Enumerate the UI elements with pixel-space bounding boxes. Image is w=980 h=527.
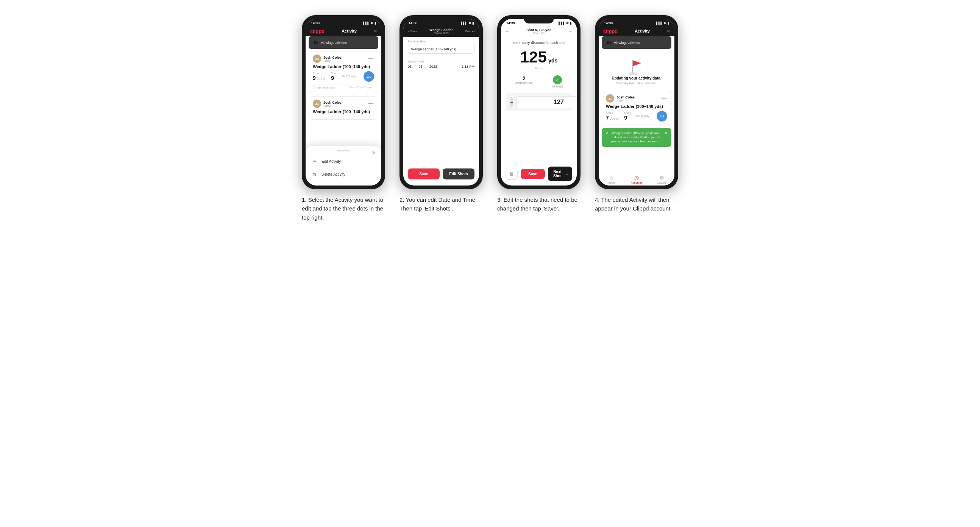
notch-3 <box>524 15 554 24</box>
avatar-1: JC <box>313 54 321 63</box>
next-shot-nav-btn[interactable]: → <box>568 29 572 33</box>
score-value-1: 9 <box>313 75 316 81</box>
activities-icon: ◎ <box>634 175 639 181</box>
shot-center: Shot 6, 125 yds Score 7/9 <box>527 28 551 35</box>
sheet-item-edit[interactable]: ✏ Edit Activity <box>312 156 375 167</box>
arrow-icon: → <box>565 172 569 176</box>
phone-column-3: 14:39 ▌▌▌ ≋ ▮ ← Shot 6, 125 yds Score 7/… <box>495 15 582 213</box>
activity-title-1: Wedge Ladder (100–140 yds) <box>313 64 374 69</box>
status-icons-1: ▌▌▌ ≋ ▮ <box>363 22 376 25</box>
time-4: 14:38 <box>604 21 612 25</box>
signal-icon-2: ▌▌▌ <box>461 22 467 25</box>
header-title-1: Activity <box>342 29 357 33</box>
activity-card-1: JC Josh Coles Today ••• Wedge Ladder (10… <box>309 51 378 93</box>
activity-card-2: JC Josh Coles Today ••• Wedge Ladder (10… <box>309 96 378 120</box>
activity-card-4: JC Josh Coles Today ••• Wedge Ladder (10… <box>602 91 671 125</box>
capture-icon: ⊕ <box>660 175 664 181</box>
tab-capture[interactable]: ⊕ Capture <box>649 175 675 184</box>
date-year: 2023 <box>430 65 437 68</box>
phone-column-2: 14:38 ▌▌▌ ≋ ▮ < Back Wedge Ladder 06 Mar… <box>398 15 485 213</box>
practice-title-label: Practice Title <box>408 40 474 43</box>
shot-unit: yds <box>548 57 557 63</box>
datetime-section: Date & Time 06 / 03 / 2023 1:13 PM <box>403 57 479 71</box>
save-button-2[interactable]: Save <box>408 168 440 179</box>
tab-activities[interactable]: ◎ Activities <box>624 175 649 184</box>
filter-icon-4: ⚙ <box>606 39 612 46</box>
delete-icon: 🗑 <box>312 172 318 176</box>
wifi-icon-2: ≋ <box>468 22 471 25</box>
check-toast-icon: ✓ <box>606 131 609 135</box>
next-shot-button[interactable]: Next Shot → <box>548 167 572 181</box>
header-center-sub-2: 06 Mar 2023 <box>430 32 453 35</box>
tab-home[interactable]: ⌂ Home <box>599 175 624 184</box>
back-btn-2[interactable]: < Back <box>408 30 417 33</box>
sheet-item-delete[interactable]: 🗑 Delete Activity <box>312 169 375 179</box>
hit-target-icon: ✓ <box>553 75 562 84</box>
three-dots-4[interactable]: ••• <box>661 96 667 101</box>
card-header-2: JC Josh Coles Today ••• <box>313 100 374 108</box>
battery-icon-4: ▮ <box>668 22 669 25</box>
user-name-4: Josh Coles <box>616 95 635 99</box>
difference-label: Difference (yds) <box>515 81 533 84</box>
user-info-1: JC Josh Coles Today <box>313 54 342 63</box>
toast-close-btn[interactable]: ✕ <box>665 131 668 135</box>
status-icons-3: ▌▌▌ ≋ ▮ <box>558 22 571 25</box>
form-buttons: Save Edit Shots <box>403 168 479 179</box>
shot-score: Score 7/9 <box>527 32 551 35</box>
edit-icon: ✏ <box>312 159 318 164</box>
screen-2: 14:38 ▌▌▌ ≋ ▮ < Back Wedge Ladder 06 Mar… <box>403 19 479 186</box>
save-shot-button[interactable]: Save <box>521 169 545 179</box>
stats-inline-1: 9 OUT OF <box>313 75 327 81</box>
caption-1: 1. Select the Activity you want to edit … <box>302 195 385 222</box>
updating-sub: This may take a few moments. <box>616 81 657 85</box>
success-toast: ✓ "Wedge Ladder (100–140 yds)" was updat… <box>602 128 671 147</box>
delete-label: Delete Activity <box>321 172 345 176</box>
screen-4: 14:38 ▌▌▌ ≋ ▮ clippd Activity ≡ ⚙ <box>599 19 675 186</box>
date-sep2: / <box>426 65 427 68</box>
time-1: 14:38 <box>311 21 320 25</box>
date-day: 06 <box>408 65 412 68</box>
sheet-close-1[interactable]: ✕ <box>371 150 376 156</box>
time-2: 14:38 <box>409 21 417 25</box>
shot-stat-hit-target: ✓ Hit Target <box>552 75 563 88</box>
three-dots-1[interactable]: ••• <box>368 56 374 61</box>
signal-icon-3: ▌▌▌ <box>558 22 565 25</box>
cancel-btn-2[interactable]: Cancel <box>465 30 474 33</box>
status-icons-4: ▌▌▌ ≋ ▮ <box>656 22 669 25</box>
shot-stats-row: 2 Difference (yds) ✓ Hit Target <box>506 75 572 88</box>
home-icon: ⌂ <box>610 175 612 181</box>
shots-value-1: 9 <box>331 75 338 81</box>
phone-4: 14:38 ▌▌▌ ≋ ▮ clippd Activity ≡ ⚙ <box>595 15 678 189</box>
shot-distance-input[interactable] <box>516 96 577 108</box>
date-time-row: 06 / 03 / 2023 1:13 PM <box>408 65 474 68</box>
hit-target-label: Hit Target <box>552 85 563 88</box>
delete-shot-button[interactable]: 🗑 <box>506 168 518 180</box>
next-shot-label: Next Shot <box>551 170 564 178</box>
shot-content: Enter carry distance for each shot 125 y… <box>501 37 577 167</box>
card-header-4: JC Josh Coles Today ••• <box>606 94 667 103</box>
time-value: 1:13 PM <box>461 65 474 68</box>
user-date-2: Today <box>323 105 342 107</box>
svg-point-2 <box>628 72 637 75</box>
avatar-2: JC <box>313 100 321 108</box>
battery-icon-3: ▮ <box>570 22 571 25</box>
shot-header: ← Shot 6, 125 yds Score 7/9 → <box>501 26 577 37</box>
outof-4: OUT OF <box>610 117 619 120</box>
viewing-banner-1: ⚙ Viewing Activities <box>309 37 378 49</box>
three-dots-2[interactable]: ••• <box>368 101 374 106</box>
card-header-1: JC Josh Coles Today ••• <box>313 54 374 63</box>
score-label-1: Score <box>313 72 327 75</box>
shot-input-row: − + <box>506 93 572 111</box>
practice-title-input[interactable] <box>408 44 474 54</box>
quality-label-4: Shot Quality <box>635 115 649 117</box>
stat-shots-4: Shots 9 <box>624 112 631 121</box>
menu-icon-4[interactable]: ≡ <box>667 28 670 34</box>
decrement-button[interactable]: − <box>510 97 513 108</box>
shot-target: Target <box>506 67 572 70</box>
stats-inline-4: 7 OUT OF <box>606 115 620 121</box>
svg-marker-1 <box>633 60 641 66</box>
notch-2 <box>426 15 456 24</box>
prev-shot-btn[interactable]: ← <box>506 29 509 33</box>
menu-icon-1[interactable]: ≡ <box>374 28 377 34</box>
edit-shots-button[interactable]: Edit Shots <box>443 168 474 179</box>
